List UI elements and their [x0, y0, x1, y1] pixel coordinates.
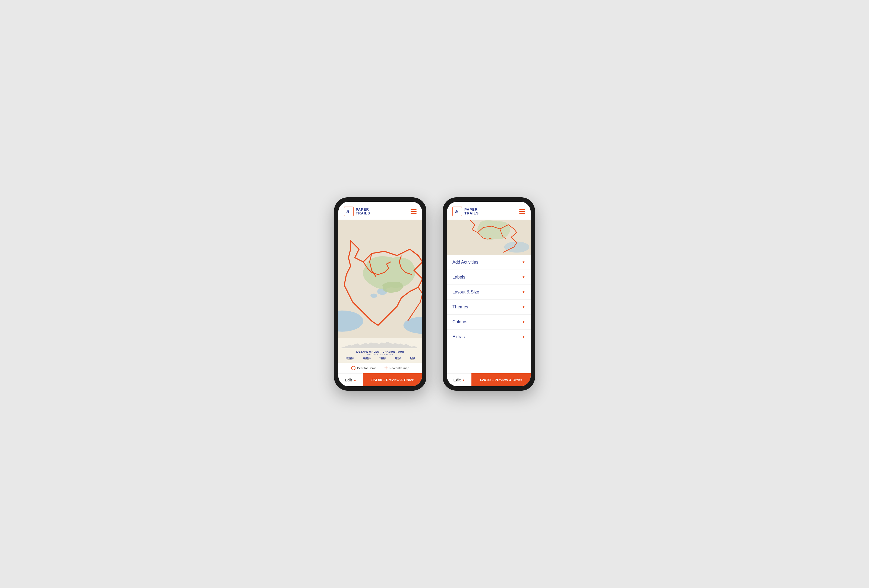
edit-label-left: Edit	[345, 378, 352, 382]
order-button-right[interactable]: £24.00 – Preview & Order	[472, 373, 531, 386]
svg-text:a: a	[347, 209, 349, 214]
tour-title: L'ETAPE WALES – DRAGON TOUR	[341, 351, 419, 353]
svg-point-5	[371, 294, 377, 298]
page-container: a PAPER TRAILS	[11, 197, 858, 391]
menu-item-add-activities[interactable]: Add Activities ▼	[447, 255, 531, 270]
menu-item-extras[interactable]: Extras ▼	[447, 330, 531, 344]
stat-elevation: 7,931m Elevation	[380, 357, 386, 360]
beer-circle-icon	[351, 366, 356, 370]
recentre-label: Re-centre map	[389, 366, 409, 370]
map-container-left	[338, 220, 422, 338]
chevron-layout-size: ▼	[522, 290, 525, 294]
controls-row: Beer for Scale ✛ Re-centre map	[338, 363, 422, 373]
map-partial-right	[447, 220, 531, 255]
logo-text-left: PAPER TRAILS	[356, 208, 370, 216]
menu-label-labels: Labels	[452, 275, 465, 280]
order-label-right: £24.00 – Preview & Order	[480, 378, 522, 382]
recentre-control[interactable]: ✛ Re-centre map	[384, 365, 409, 370]
chevron-labels: ▼	[522, 275, 525, 279]
logo-icon-right: a	[452, 207, 462, 216]
header-right: a PAPER TRAILS	[447, 202, 531, 220]
stat-pace: 23.5k/h Pace	[395, 357, 401, 360]
menu-item-layout-size[interactable]: Layout & Size ▼	[447, 285, 531, 300]
edit-arrow-icon: ▲	[354, 378, 356, 381]
crosshair-icon: ✛	[384, 365, 388, 370]
menu-label-extras: Extras	[452, 335, 465, 339]
edit-button-left[interactable]: Edit ▲	[338, 373, 363, 386]
svg-text:a: a	[455, 209, 458, 214]
bottom-bar-left: Edit ▲ £24.00 – Preview & Order	[338, 373, 422, 386]
logo-right: a PAPER TRAILS	[452, 207, 479, 216]
menu-label-colours: Colours	[452, 320, 467, 324]
chevron-colours: ▼	[522, 320, 525, 324]
header-left: a PAPER TRAILS	[338, 202, 422, 220]
phone-left: a PAPER TRAILS	[334, 197, 426, 391]
stat-strava: 6,518 Strava	[410, 357, 415, 360]
beer-scale-label: Beer for Scale	[357, 366, 376, 370]
edit-arrow-icon-right: ▲	[462, 378, 465, 381]
chevron-extras: ▼	[522, 335, 525, 339]
menu-item-themes[interactable]: Themes ▼	[447, 300, 531, 315]
chevron-add-activities: ▼	[522, 260, 525, 264]
menu-list: Add Activities ▼ Labels ▼ Layout & Size …	[447, 255, 531, 373]
edit-button-right[interactable]: Edit ▲	[447, 373, 472, 386]
stats-row: 489.82km Distance 09:24:21 Duration 7,93…	[341, 357, 419, 361]
stat-duration: 09:24:21 Duration	[363, 357, 371, 360]
menu-item-labels[interactable]: Labels ▼	[447, 270, 531, 285]
order-label-left: £24.00 – Preview & Order	[371, 378, 413, 382]
menu-label-layout-size: Layout & Size	[452, 290, 479, 295]
menu-label-add-activities: Add Activities	[452, 260, 478, 265]
chevron-themes: ▼	[522, 305, 525, 309]
phone-left-screen: a PAPER TRAILS	[338, 202, 422, 386]
tour-subtitle: 4TH, 11TH & 12TH JUNE 2018	[341, 354, 419, 355]
edit-label-right: Edit	[454, 378, 461, 382]
menu-label-themes: Themes	[452, 305, 468, 310]
stats-section: L'ETAPE WALES – DRAGON TOUR 4TH, 11TH & …	[338, 338, 422, 363]
phone-right-screen: a PAPER TRAILS	[447, 202, 531, 386]
logo-text-right: PAPER TRAILS	[464, 208, 479, 216]
menu-item-colours[interactable]: Colours ▼	[447, 315, 531, 330]
logo-left: a PAPER TRAILS	[344, 207, 370, 216]
phone-right: a PAPER TRAILS	[443, 197, 535, 391]
hamburger-right[interactable]	[519, 209, 525, 214]
hamburger-left[interactable]	[411, 209, 417, 214]
order-button-left[interactable]: £24.00 – Preview & Order	[363, 373, 422, 386]
logo-icon-left: a	[344, 207, 354, 216]
beer-scale-control[interactable]: Beer for Scale	[351, 365, 376, 370]
bottom-bar-right: Edit ▲ £24.00 – Preview & Order	[447, 373, 531, 386]
stat-distance: 489.82km Distance	[346, 357, 354, 360]
